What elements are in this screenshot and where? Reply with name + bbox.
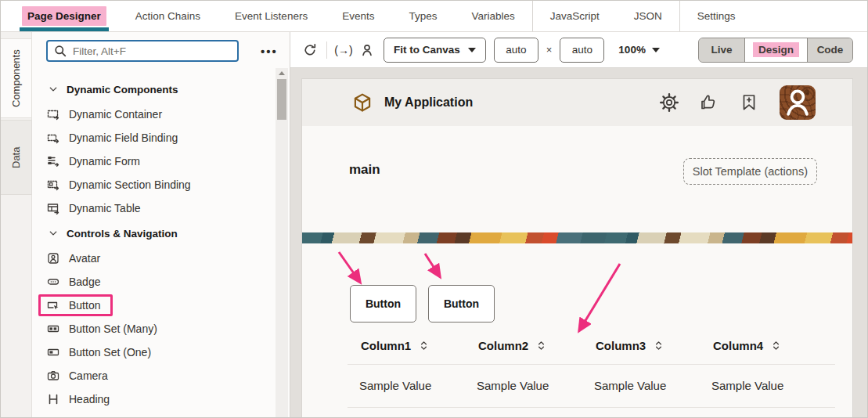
column-header-column1[interactable]: Column1	[348, 328, 465, 364]
section-title: Dynamic Components	[67, 84, 178, 95]
palette-item-badge[interactable]: Badge	[32, 270, 274, 294]
gear-icon[interactable]	[660, 93, 679, 112]
tab-page-designer[interactable]: Page Designer	[10, 1, 118, 31]
dynamic-table-icon	[47, 202, 59, 214]
palette-item-inner: Heading	[38, 388, 122, 410]
dynamic-form-icon	[47, 155, 59, 168]
sort-icon[interactable]	[771, 340, 781, 351]
palette-item-inner: AHighlight Text	[38, 412, 147, 417]
fit-to-canvas-select[interactable]: Fit to Canvas	[384, 38, 486, 63]
palette-item-dynamic-container[interactable]: Dynamic Container	[32, 103, 274, 126]
app-header-actions	[660, 85, 816, 120]
tab-label: Events	[337, 6, 380, 26]
editor-body: ComponentsData ••• Dynamic ComponentsDyn…	[1, 32, 867, 417]
sort-icon[interactable]	[654, 340, 664, 351]
table-cell: Sample Value	[465, 365, 582, 407]
column-header-label: Column4	[713, 339, 763, 352]
mode-button-label: Design	[753, 42, 799, 57]
size-times-label: ×	[546, 44, 553, 56]
tab-label: Event Listeners	[229, 6, 313, 26]
palette-item-dynamic-field-binding[interactable]: Dynamic Field Binding	[32, 126, 274, 150]
tab-event-listeners[interactable]: Event Listeners	[218, 1, 325, 31]
canvas-button-1[interactable]: Button	[350, 285, 416, 323]
zoom-select[interactable]: 100%	[618, 44, 660, 56]
column-header-column4[interactable]: Column4	[700, 328, 817, 364]
tab-label: Action Chains	[130, 6, 206, 26]
palette-scrollbar[interactable]	[276, 68, 288, 417]
palette-item-button[interactable]: Button	[32, 294, 274, 317]
audit-user-button[interactable]	[357, 38, 377, 62]
palette-item-heading[interactable]: Heading	[32, 387, 274, 411]
bookmark-add-icon[interactable]	[740, 93, 758, 112]
palette-item-dynamic-section-binding[interactable]: Dynamic Section Binding	[32, 173, 274, 196]
palette-item-label: Heading	[69, 393, 110, 405]
table-cell: Sample Value	[700, 365, 817, 407]
thumbs-up-icon[interactable]	[700, 93, 719, 112]
palette-item-label: Dynamic Form	[69, 155, 140, 168]
column-header-column3[interactable]: Column3	[582, 328, 700, 364]
canvas-toolbar: (→) Fit to Canvas × 100% LiveDesignCode	[290, 32, 867, 68]
data-table: Column1Column2Column3Column4Sample Value…	[348, 328, 835, 408]
sort-icon[interactable]	[419, 340, 429, 351]
dynamic-section-binding-icon	[47, 178, 59, 191]
canvas-height-input[interactable]	[560, 38, 604, 63]
table-header-row: Column1Column2Column3Column4	[348, 328, 835, 365]
mode-button-design[interactable]: Design	[744, 38, 807, 62]
badge-icon	[47, 276, 59, 288]
palette-item-label: Button Set (One)	[69, 346, 151, 359]
tab-json[interactable]: JSON	[617, 1, 679, 31]
palette-item-label: Dynamic Table	[69, 202, 141, 214]
palette-item-camera[interactable]: Camera	[32, 364, 274, 387]
mode-button-code[interactable]: Code	[807, 38, 852, 62]
canvas-button-2[interactable]: Button	[428, 285, 495, 323]
palette-item-inner: Dynamic Section Binding	[38, 174, 203, 196]
section-title: Controls & Navigation	[67, 228, 178, 240]
canvas-width-input[interactable]	[494, 38, 538, 63]
toolbar-divider	[326, 41, 327, 59]
avatar-icon	[47, 252, 59, 265]
column-header-column2[interactable]: Column2	[465, 328, 582, 364]
refresh-button[interactable]	[300, 38, 320, 62]
user-avatar[interactable]	[780, 85, 816, 120]
tab-action-chains[interactable]: Action Chains	[118, 1, 218, 31]
palette-item-avatar[interactable]: Avatar	[32, 247, 274, 270]
person-icon	[780, 85, 797, 103]
dynamic-container-icon	[47, 108, 59, 121]
rail-tab-components[interactable]: Components	[1, 38, 32, 118]
app-title: My Application	[384, 95, 473, 110]
palette-item-label: Dynamic Container	[69, 108, 162, 121]
mode-switcher: LiveDesignCode	[698, 38, 853, 63]
mode-button-live[interactable]: Live	[699, 38, 744, 62]
tab-variables[interactable]: Variables	[454, 1, 531, 31]
section-header-dynamic-components[interactable]: Dynamic Components	[32, 76, 274, 103]
component-filter-input[interactable]	[73, 45, 231, 57]
scrollbar-thumb[interactable]	[277, 79, 286, 120]
palette-menu-button[interactable]: •••	[256, 41, 283, 60]
palette-item-dynamic-form[interactable]: Dynamic Form	[32, 150, 274, 173]
live-context-button[interactable]: (→)	[333, 38, 354, 62]
mode-button-label: Code	[817, 44, 844, 56]
camera-icon	[47, 369, 59, 382]
mode-button-label: Live	[711, 44, 732, 56]
fit-to-canvas-value: Fit to Canvas	[394, 44, 460, 56]
palette-item-dynamic-table[interactable]: Dynamic Table	[32, 196, 274, 220]
sort-icon[interactable]	[536, 340, 546, 351]
column-header-label: Column1	[361, 339, 411, 352]
palette-item-button-set-one[interactable]: Button Set (One)	[32, 341, 274, 364]
tab-label: JavaScript	[545, 6, 605, 26]
scrollbar-up-arrow-icon[interactable]	[279, 71, 285, 75]
palette-item-inner: Button Set (Many)	[38, 318, 170, 340]
button-icon	[47, 299, 59, 312]
cube-icon	[352, 92, 373, 113]
rail-tab-data[interactable]: Data	[1, 120, 32, 195]
tab-types[interactable]: Types	[391, 1, 454, 31]
palette-item-highlight-text[interactable]: AHighlight Text	[32, 411, 274, 417]
tab-events[interactable]: Events	[325, 1, 391, 31]
tab-javascript[interactable]: JavaScript	[532, 1, 617, 31]
page-content: main Slot Template (actions) Button Butt…	[302, 126, 852, 417]
section-header-controls-navigation[interactable]: Controls & Navigation	[32, 220, 274, 247]
slot-template-placeholder[interactable]: Slot Template (actions)	[683, 158, 817, 185]
tab-settings[interactable]: Settings	[679, 1, 753, 31]
palette-item-button-set-many[interactable]: Button Set (Many)	[32, 317, 274, 341]
palette-item-inner: Badge	[38, 271, 113, 293]
